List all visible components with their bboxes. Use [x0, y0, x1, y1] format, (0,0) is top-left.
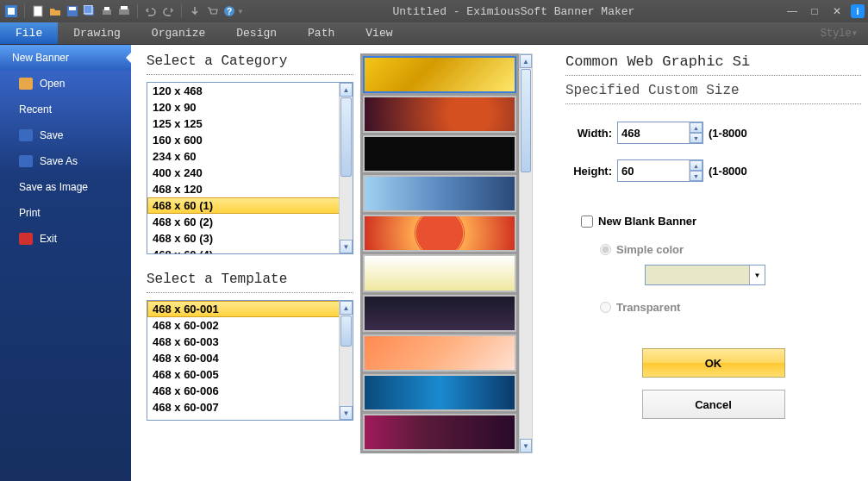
- scroll-down-button[interactable]: ▼: [340, 240, 353, 253]
- width-spinner[interactable]: ▲▼: [617, 122, 703, 144]
- menu-path[interactable]: Path: [292, 22, 350, 44]
- list-item[interactable]: 468 x 60 (1): [147, 197, 353, 214]
- info-button[interactable]: i: [851, 4, 865, 18]
- redo-icon[interactable]: [160, 3, 176, 19]
- tool-icon[interactable]: [187, 3, 203, 19]
- scroll-thumb[interactable]: [340, 97, 352, 177]
- list-item[interactable]: 468 x 60-003: [147, 334, 353, 350]
- open-icon[interactable]: [47, 3, 63, 19]
- sidebar-recent[interactable]: Recent: [0, 97, 131, 122]
- list-item[interactable]: 468 x 60-005: [147, 366, 353, 383]
- list-item[interactable]: 468 x 60-004: [147, 350, 353, 366]
- save-icon[interactable]: [65, 3, 80, 19]
- scroll-thumb[interactable]: [340, 315, 352, 347]
- spin-down-button[interactable]: ▼: [690, 171, 703, 181]
- list-item[interactable]: 468 x 60 (3): [147, 230, 353, 247]
- list-item[interactable]: 234 x 60: [147, 148, 353, 165]
- menu-design[interactable]: Design: [221, 22, 292, 44]
- preview-item[interactable]: [363, 295, 516, 332]
- list-item[interactable]: 468 x 60 (2): [147, 214, 353, 230]
- menu-organize[interactable]: Organize: [136, 22, 221, 44]
- scroll-up-button[interactable]: ▲: [340, 301, 353, 315]
- divider: [565, 103, 861, 104]
- dropdown-arrow-icon[interactable]: ▼: [749, 265, 765, 284]
- list-item[interactable]: 125 x 125: [147, 116, 353, 132]
- list-item[interactable]: 468 x 60-008: [147, 415, 353, 420]
- sidebar-save[interactable]: Save: [0, 122, 131, 148]
- app-icon[interactable]: [3, 3, 19, 19]
- preview-item[interactable]: [363, 254, 516, 291]
- preview-item[interactable]: [363, 96, 516, 133]
- preview-item[interactable]: [363, 56, 516, 93]
- cart-icon[interactable]: [204, 3, 220, 19]
- svg-rect-6: [84, 5, 92, 14]
- preview-item[interactable]: [363, 334, 516, 372]
- list-item[interactable]: 468 x 60 (4): [147, 247, 353, 253]
- new-blank-checkbox[interactable]: [581, 216, 593, 228]
- sidebar-exit[interactable]: Exit: [0, 226, 131, 252]
- width-input[interactable]: [618, 122, 689, 143]
- close-button[interactable]: ✕: [828, 4, 846, 18]
- ok-button[interactable]: OK: [642, 348, 785, 378]
- undo-icon[interactable]: [143, 3, 159, 19]
- file-sidebar: New Banner Open Recent Save Save As Save…: [0, 45, 131, 481]
- menu-bar: File Drawing Organize Design Path View S…: [0, 22, 868, 45]
- spin-up-button[interactable]: ▲: [690, 122, 703, 133]
- preview-item[interactable]: [363, 135, 516, 172]
- list-item[interactable]: 468 x 120: [147, 181, 353, 197]
- preview-item[interactable]: [363, 414, 516, 451]
- category-listbox[interactable]: 120 x 468120 x 90125 x 125160 x 600234 x…: [147, 82, 353, 254]
- preview-item[interactable]: [363, 175, 516, 212]
- height-input[interactable]: [618, 160, 689, 181]
- minimize-button[interactable]: —: [784, 4, 801, 18]
- scrollbar[interactable]: ▲ ▼: [519, 53, 533, 453]
- spin-down-button[interactable]: ▼: [690, 133, 703, 143]
- sidebar-print[interactable]: Print: [0, 200, 131, 226]
- svg-rect-2: [34, 6, 42, 16]
- sidebar-new-banner[interactable]: New Banner: [0, 45, 131, 71]
- print-icon[interactable]: [99, 3, 115, 19]
- disk-icon: [19, 155, 33, 167]
- color-combo[interactable]: ▼: [645, 265, 765, 285]
- menu-view[interactable]: View: [350, 22, 408, 44]
- sidebar-save-as-image[interactable]: Save as Image: [0, 174, 131, 200]
- simple-color-radio[interactable]: [600, 244, 611, 255]
- menu-drawing[interactable]: Drawing: [58, 22, 136, 44]
- scroll-up-button[interactable]: ▲: [340, 83, 353, 97]
- list-item[interactable]: 468 x 60-002: [147, 317, 353, 334]
- template-listbox[interactable]: 468 x 60-001468 x 60-002468 x 60-003468 …: [147, 300, 353, 421]
- list-item[interactable]: 468 x 60-006: [147, 383, 353, 399]
- list-item[interactable]: 468 x 60-007: [147, 399, 353, 415]
- preview-item[interactable]: [363, 374, 516, 411]
- scroll-up-button[interactable]: ▲: [520, 54, 532, 68]
- menu-file[interactable]: File: [0, 22, 58, 44]
- new-icon[interactable]: [30, 3, 46, 19]
- height-spinner[interactable]: ▲▼: [617, 159, 703, 182]
- dropdown-arrow-icon[interactable]: ▼: [237, 8, 244, 16]
- list-item[interactable]: 400 x 240: [147, 165, 353, 181]
- cancel-button[interactable]: Cancel: [642, 390, 785, 419]
- scroll-down-button[interactable]: ▼: [520, 439, 532, 453]
- color-swatch: [646, 265, 749, 284]
- list-item[interactable]: 120 x 90: [147, 99, 353, 116]
- menu-style[interactable]: Style▾: [810, 22, 868, 44]
- transparent-radio[interactable]: [600, 302, 611, 313]
- scrollbar[interactable]: ▲ ▼: [339, 83, 353, 253]
- maximize-button[interactable]: □: [806, 4, 823, 18]
- svg-rect-4: [69, 7, 76, 10]
- list-item[interactable]: 120 x 468: [147, 83, 353, 99]
- sidebar-save-as[interactable]: Save As: [0, 148, 131, 174]
- sidebar-open[interactable]: Open: [0, 71, 131, 97]
- list-item[interactable]: 468 x 60-001: [147, 301, 353, 317]
- save-all-icon[interactable]: [82, 3, 97, 19]
- svg-rect-10: [121, 6, 128, 9]
- scrollbar[interactable]: ▲ ▼: [339, 301, 353, 420]
- scroll-down-button[interactable]: ▼: [340, 406, 353, 420]
- scroll-thumb[interactable]: [521, 69, 531, 172]
- template-label: Select a Template: [147, 272, 353, 287]
- help-icon[interactable]: ?: [222, 3, 237, 19]
- preview-item[interactable]: [363, 215, 516, 252]
- print-preview-icon[interactable]: [116, 3, 132, 19]
- list-item[interactable]: 160 x 600: [147, 132, 353, 148]
- spin-up-button[interactable]: ▲: [690, 160, 703, 171]
